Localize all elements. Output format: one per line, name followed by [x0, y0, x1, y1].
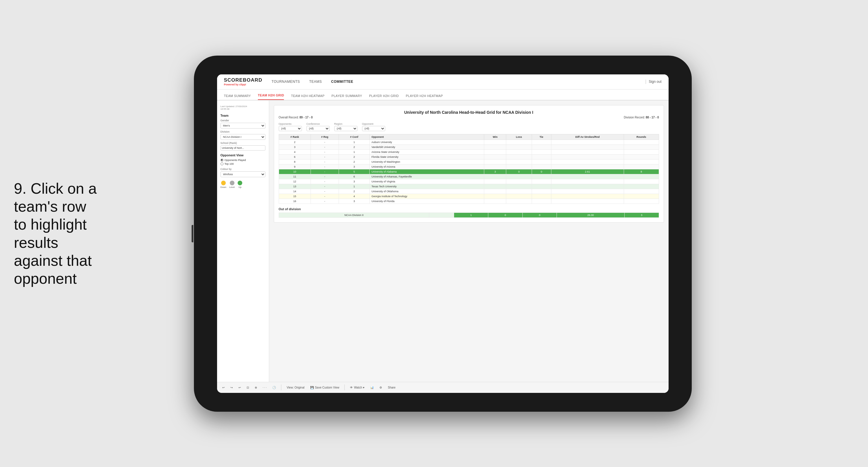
sidebar-gender-select[interactable]: Men's [221, 123, 266, 128]
separator-btn[interactable]: · · · [261, 385, 269, 390]
filter-region: Region (All) [334, 122, 358, 131]
cell-rank: 10 [279, 169, 311, 174]
table-row[interactable]: 11-6University of Arkansas, Fayetteville [279, 174, 659, 179]
cell-opponent: Florida State University [370, 154, 484, 159]
cell-rounds [624, 154, 659, 159]
ood-rounds: 3 [624, 212, 659, 217]
sidebar: Last Updated: 27/03/2024 16:55:38 Team G… [217, 100, 269, 382]
cell-tie [532, 174, 551, 179]
table-row[interactable]: 12-3University of Virginia [279, 179, 659, 184]
undo-btn[interactable]: ↩ [221, 385, 226, 390]
cell-opponent: Vanderbilt University [370, 144, 484, 149]
col-diff: Diff Av Strokes/Rnd [551, 134, 624, 140]
cell-rank: 14 [279, 189, 311, 194]
sub-nav-team-summary[interactable]: TEAM SUMMARY [224, 94, 251, 100]
out-of-division-table: NCAA Division II 1 0 0 26.00 3 [279, 212, 659, 218]
share-btn[interactable]: Share [386, 385, 397, 390]
cell-loss [506, 174, 532, 179]
bottom-toolbar: ↩ ↪ ↩ ⊡ ⊕ · · · 🕐 View: Original 💾 Save … [217, 382, 669, 393]
filter-opponents: Opponents: (All) [279, 122, 302, 131]
opponents-select[interactable]: (All) [279, 126, 302, 131]
toolbar-divider-2 [344, 384, 345, 390]
cell-rank: 11 [279, 174, 311, 179]
h2h-grid-table: # Rank # Reg # Conf Opponent Win Loss Ti… [279, 134, 659, 204]
cell-rounds [624, 159, 659, 164]
table-row[interactable]: 9-3University of Arizona [279, 164, 659, 169]
table-row[interactable]: 3-2Vanderbilt University [279, 144, 659, 149]
col-opponent: Opponent [370, 134, 484, 140]
cell-opponent: University of Alabama [370, 169, 484, 174]
sub-nav-player-h2h-grid[interactable]: PLAYER H2H GRID [369, 94, 399, 100]
table-row[interactable]: 14-2University of Oklahoma [279, 189, 659, 194]
cell-tie [532, 194, 551, 199]
col-rank: # Rank [279, 134, 311, 140]
sub-nav-player-h2h-heatmap[interactable]: PLAYER H2H HEATMAP [406, 94, 443, 100]
col-reg: # Reg [311, 134, 339, 140]
watch-btn[interactable]: 👁 Watch ▾ [348, 385, 366, 390]
cell-loss [506, 199, 532, 204]
filter-opponent: Opponent (All) [362, 122, 385, 131]
view-original-btn[interactable]: View: Original [285, 385, 306, 390]
nav-teams[interactable]: TEAMS [309, 79, 322, 85]
radio-opponents-played[interactable]: Opponents Played [221, 159, 266, 162]
cell-rounds [624, 174, 659, 179]
sub-nav-team-h2h-heatmap[interactable]: TEAM H2H HEATMAP [291, 94, 324, 100]
top-navigation: SCOREBOARD Powered by clippi TOURNAMENTS… [217, 75, 669, 89]
sub-nav-player-summary[interactable]: PLAYER SUMMARY [332, 94, 362, 100]
sidebar-school-label: School (Rank) [221, 142, 266, 144]
sidebar-colour-by-label: Colour by [221, 168, 266, 171]
table-row[interactable]: 13-1Texas Tech University [279, 184, 659, 189]
conference-select[interactable]: (All) [307, 126, 330, 131]
tablet-screen: SCOREBOARD Powered by clippi TOURNAMENTS… [217, 75, 669, 393]
cell-win [484, 154, 506, 159]
cell-rounds [624, 189, 659, 194]
nav-committee[interactable]: COMMITTEE [331, 79, 353, 85]
col-conf: # Conf [339, 134, 370, 140]
step-text: Click on a team's row to highlight resul… [14, 180, 97, 287]
cell-reg: - [311, 149, 339, 154]
cell-reg: - [311, 154, 339, 159]
records-row: Overall Record: 89 - 17 - 0 Division Rec… [279, 116, 659, 119]
table-row[interactable]: 8-2University of Washington [279, 159, 659, 164]
cell-loss [506, 194, 532, 199]
plus-btn[interactable]: ⊕ [253, 385, 259, 390]
sign-out-link[interactable]: Sign out [649, 80, 661, 84]
cell-opponent: University of Virginia [370, 179, 484, 184]
cell-conf: 1 [339, 184, 370, 189]
settings-btn[interactable]: ⚙ [378, 385, 384, 390]
cell-tie [532, 184, 551, 189]
out-of-division-header: Out of division [279, 207, 659, 211]
main-content: Last Updated: 27/03/2024 16:55:38 Team G… [217, 100, 669, 382]
table-row[interactable]: 15-4Georgia Institute of Technology [279, 194, 659, 199]
nav-tournaments[interactable]: TOURNAMENTS [272, 79, 300, 85]
legend-level: Level [229, 181, 235, 188]
sidebar-division-select[interactable]: NCAA Division I [221, 134, 266, 140]
cell-diff [551, 184, 624, 189]
sub-nav-team-h2h-grid[interactable]: TEAM H2H GRID [258, 93, 284, 100]
cell-reg: - [311, 189, 339, 194]
radio-top-100[interactable]: Top 100 [221, 163, 266, 165]
undo2-btn[interactable]: ↩ [237, 385, 243, 390]
table-row[interactable]: 10-5University of Alabama3002.618 [279, 169, 659, 174]
logo-area: SCOREBOARD Powered by clippi [224, 77, 262, 86]
table-row[interactable]: 16-3University of Florida [279, 199, 659, 204]
cell-conf: 6 [339, 174, 370, 179]
ood-win: 1 [454, 212, 488, 217]
out-of-division-row[interactable]: NCAA Division II 1 0 0 26.00 3 [279, 212, 659, 217]
cell-reg: - [311, 199, 339, 204]
table-row[interactable]: 6-2Florida State University [279, 154, 659, 159]
region-select[interactable]: (All) [334, 126, 358, 131]
opponent-select[interactable]: (All) [362, 126, 385, 131]
cell-win [484, 159, 506, 164]
cell-tie [532, 179, 551, 184]
clock-btn[interactable]: 🕐 [271, 385, 278, 390]
ood-diff: 26.00 [557, 212, 625, 217]
cell-tie [532, 189, 551, 194]
copy-btn[interactable]: ⊡ [245, 385, 251, 390]
redo-btn[interactable]: ↪ [229, 385, 235, 390]
table-row[interactable]: 4-1Arizona State University [279, 149, 659, 154]
save-custom-btn[interactable]: 💾 Save Custom View [309, 385, 341, 390]
chart-btn[interactable]: 📊 [368, 385, 375, 390]
sidebar-colour-by-select[interactable]: Win/loss [221, 171, 266, 177]
table-row[interactable]: 2-1Auburn University [279, 140, 659, 144]
